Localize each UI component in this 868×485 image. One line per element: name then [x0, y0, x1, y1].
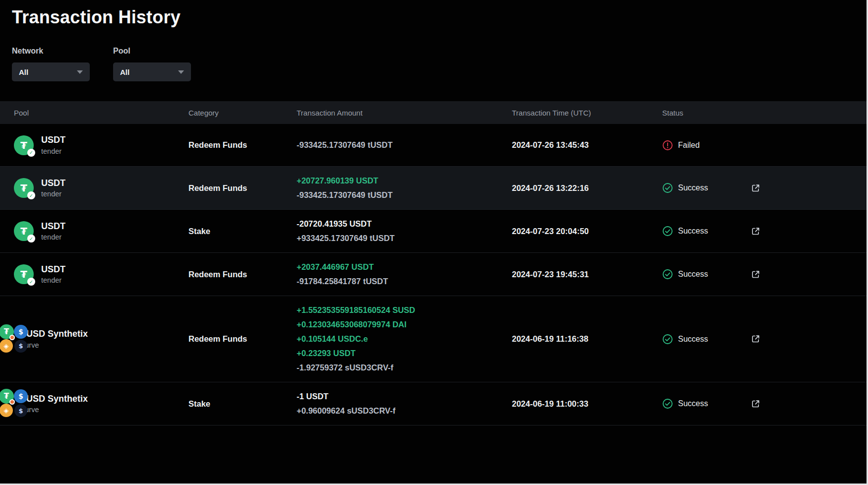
status-label: Success	[678, 227, 708, 236]
usdt-coin-icon: ₮	[0, 389, 14, 404]
table-row[interactable]: $◈$₮ sUSD Synthetix curve Stake -1 USDT+…	[0, 382, 867, 425]
link-cell	[744, 140, 867, 150]
pool-cell: ₮✓ USDT tender	[14, 221, 188, 242]
pool-network-label: curve	[21, 341, 88, 349]
external-link-icon[interactable]	[750, 399, 761, 409]
amount-line: +1.552353559185160524 SUSD	[297, 303, 512, 317]
pool-name: USDT	[41, 264, 65, 275]
transaction-time: 2024-06-19 11:00:33	[512, 399, 662, 409]
table-row[interactable]: ₮✓ USDT tender Redeem Funds +20727.96013…	[0, 167, 867, 210]
check-badge-icon: ✓	[27, 235, 35, 242]
usdt-coin-icon: ₮✓	[14, 178, 34, 198]
status-label: Success	[678, 270, 708, 279]
pool-text: USDT tender	[41, 221, 65, 242]
susd-coin-icon: $	[14, 404, 27, 417]
pool-icon-slot: ₮✓	[14, 264, 34, 284]
amount-line: -1.92759372 sUSD3CRV-f	[297, 361, 512, 375]
page-title: Transaction History	[12, 7, 867, 28]
pool-icon-slot: ₮✓	[14, 178, 34, 198]
status-cell: Failed	[662, 140, 744, 151]
pool-cell: ₮✓ USDT tender	[14, 178, 188, 198]
external-link-icon[interactable]	[750, 226, 761, 237]
status-cell: Success	[662, 226, 744, 237]
amount-line: -91784.25841787 tUSDT	[297, 274, 512, 289]
pool-cell: ₮✓ USDT tender	[14, 135, 188, 155]
pool-text: USDT tender	[41, 178, 65, 198]
check-badge-icon: ✓	[27, 278, 35, 286]
check-circle-icon	[662, 334, 673, 345]
transaction-amounts: +20727.960139 USDT-933425.17307649 tUSDT	[297, 174, 512, 202]
amount-line: -20720.41935 USDT	[297, 217, 512, 231]
status-cell: Success	[662, 334, 744, 345]
pool-cell: $◈$₮ sUSD Synthetix curve	[14, 329, 188, 349]
pool-filter-label: Pool	[113, 47, 191, 56]
usdt-coin-icon: ₮	[0, 324, 14, 339]
usdt-coin-icon: ₮✓	[14, 221, 34, 241]
amount-line: -933425.17307649 tUSDT	[297, 188, 512, 202]
column-header-time: Transaction Time (UTC)	[512, 109, 662, 117]
usdc-coin-icon: $	[14, 325, 28, 339]
status-cell: Success	[662, 269, 744, 280]
transaction-time: 2024-07-26 13:22:16	[512, 183, 662, 193]
check-badge-icon: ✓	[27, 149, 35, 157]
category-value: Redeem Funds	[188, 334, 297, 344]
usdt-coin-icon: ₮✓	[14, 135, 34, 155]
pool-network-label: tender	[41, 190, 65, 198]
amount-line: +0.105144 USDC.e	[297, 332, 512, 346]
pool-text: sUSD Synthetix curve	[21, 329, 88, 349]
table-row[interactable]: ₮✓ USDT tender Redeem Funds -933425.1730…	[0, 124, 867, 167]
status-label: Failed	[678, 141, 700, 150]
check-circle-icon	[662, 398, 673, 409]
pool-dropdown[interactable]: All	[113, 62, 191, 81]
filter-bar: Network All Pool All	[12, 47, 867, 81]
tether-glyph: ₮	[20, 182, 27, 194]
transaction-amounts: +1.552353559185160524 SUSD+0.12303465306…	[297, 303, 512, 375]
column-header-pool: Pool	[14, 109, 188, 117]
pool-cell: $◈$₮ sUSD Synthetix curve	[14, 394, 188, 414]
table-row[interactable]: ₮✓ USDT tender Stake -20720.41935 USDT+9…	[0, 210, 867, 253]
external-link-icon[interactable]	[750, 334, 761, 344]
pool-icon-slot: ₮✓	[14, 221, 34, 241]
pool-icon-slot: ₮✓	[14, 135, 34, 155]
usdt-coin-icon: ₮✓	[14, 264, 34, 284]
table-row[interactable]: $◈$₮ sUSD Synthetix curve Redeem Funds +…	[0, 296, 867, 382]
chevron-down-icon	[77, 70, 83, 74]
network-dropdown[interactable]: All	[12, 62, 90, 81]
usdc-coin-icon: $	[14, 389, 28, 403]
category-value: Stake	[188, 399, 297, 409]
error-circle-icon	[662, 140, 673, 151]
tether-glyph: ₮	[20, 225, 27, 237]
check-circle-icon	[662, 226, 673, 237]
check-circle-icon	[662, 182, 673, 193]
category-value: Redeem Funds	[188, 140, 297, 150]
category-value: Stake	[188, 227, 297, 236]
column-header-status: Status	[662, 109, 744, 117]
external-link-icon[interactable]	[750, 269, 761, 280]
network-badge-icon	[9, 399, 15, 405]
transaction-table: Pool Category Transaction Amount Transac…	[0, 101, 867, 425]
link-cell	[744, 183, 867, 193]
amount-line: +933425.17307649 tUSDT	[297, 231, 512, 245]
column-header-category: Category	[188, 109, 297, 117]
pool-cell: ₮✓ USDT tender	[14, 264, 188, 285]
external-link-icon[interactable]	[750, 183, 761, 193]
network-filter-label: Network	[12, 47, 90, 56]
pool-text: USDT tender	[41, 135, 65, 155]
status-label: Success	[678, 183, 708, 192]
amount-line: +20727.960139 USDT	[297, 174, 512, 188]
transaction-time: 2024-07-26 13:45:43	[512, 140, 662, 150]
pool-network-label: tender	[41, 276, 65, 284]
status-label: Success	[678, 335, 708, 344]
pool-text: USDT tender	[41, 264, 65, 285]
network-badge-icon	[9, 335, 15, 340]
table-row[interactable]: ₮✓ USDT tender Redeem Funds +2037.446967…	[0, 253, 867, 296]
pool-name: sUSD Synthetix	[21, 329, 88, 340]
transaction-time: 2024-06-19 11:16:38	[512, 334, 662, 344]
category-value: Redeem Funds	[188, 183, 297, 193]
link-cell	[744, 334, 867, 344]
check-circle-icon	[662, 269, 673, 280]
dai-coin-icon: ◈	[0, 404, 13, 417]
table-header-row: Pool Category Transaction Amount Transac…	[0, 101, 867, 124]
pool-filter: Pool All	[113, 47, 191, 81]
link-cell	[744, 226, 867, 237]
